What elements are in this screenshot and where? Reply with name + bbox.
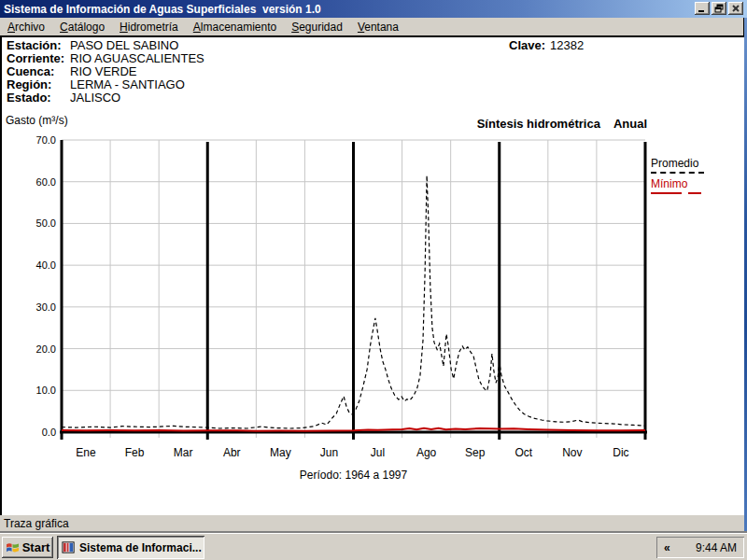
taskbar-task-label: Sistema de Informaci...	[79, 541, 202, 554]
status-text: Traza gráfica	[4, 517, 69, 530]
close-button[interactable]	[728, 2, 743, 15]
window-title: Sistema de Información de Aguas Superfic…	[0, 3, 321, 16]
legend-item-promedio: Promedio	[651, 157, 704, 174]
taskbar-clock: 9:44 AM	[676, 541, 744, 554]
taskbar-task-button[interactable]: Sistema de Informaci...	[57, 536, 204, 559]
system-tray: « 9:44 AM	[656, 537, 744, 558]
x-tick-label: Nov	[562, 446, 582, 459]
menu-item-ventana[interactable]: Ventana	[350, 19, 406, 35]
y-tick-label: 50.0	[36, 217, 56, 229]
legend-item-minimo: Mínimo	[651, 177, 704, 192]
menu-item-seguridad[interactable]: Seguridad	[284, 19, 350, 35]
windows-flag-icon	[6, 541, 20, 553]
restore-button[interactable]	[712, 2, 726, 15]
menu-item-almacenamiento[interactable]: Almacenamiento	[186, 19, 284, 35]
x-tick-label: Jul	[371, 446, 385, 459]
chevron-left-double-icon[interactable]: «	[656, 541, 676, 554]
chart-legend: Promedio Mínimo	[651, 157, 704, 196]
statusbar: Traza gráfica	[0, 515, 744, 533]
y-tick-label: 20.0	[36, 343, 56, 355]
restore-icon	[714, 4, 724, 13]
y-tick-label: 70.0	[36, 134, 56, 146]
x-tick-label: Jun	[320, 446, 338, 459]
period-caption: Período: 1964 a 1997	[62, 469, 645, 482]
minimize-button[interactable]	[695, 2, 710, 15]
menu-item-catalogo[interactable]: Catálogo	[52, 19, 112, 35]
start-button[interactable]: Start	[2, 537, 53, 558]
hydrograph-chart: 70.060.050.040.030.020.010.00.0EneFebMar…	[2, 37, 744, 515]
close-icon	[731, 4, 740, 13]
legend-label-minimo: Mínimo	[651, 177, 687, 190]
x-tick-label: Feb	[125, 446, 145, 459]
menu-item-hidrometria[interactable]: Hidrometría	[112, 19, 186, 35]
x-tick-label: Abr	[223, 446, 241, 459]
x-tick-label: Ene	[76, 446, 96, 459]
menu-item-archivo[interactable]: Archivo	[0, 19, 52, 35]
y-tick-label: 30.0	[36, 301, 56, 313]
legend-label-promedio: Promedio	[651, 157, 698, 170]
x-tick-label: Sep	[465, 446, 486, 459]
y-tick-label: 40.0	[36, 259, 56, 271]
taskbar: Start Sistema de Informaci... « 9:44 AM	[0, 533, 747, 560]
titlebar: Sistema de Información de Aguas Superfic…	[0, 0, 747, 18]
x-tick-label: Ago	[416, 446, 437, 459]
x-tick-label: Oct	[514, 446, 532, 459]
minimize-icon	[698, 4, 707, 13]
y-tick-label: 0.0	[42, 427, 56, 438]
start-button-label: Start	[22, 540, 50, 554]
x-tick-label: Dic	[613, 446, 628, 459]
app-icon	[62, 540, 76, 554]
y-tick-label: 10.0	[36, 385, 56, 396]
menubar: ArchivoCatálogoHidrometríaAlmacenamiento…	[0, 18, 747, 35]
screen: Sistema de Información de Aguas Superfic…	[0, 0, 747, 560]
legend-swatch-promedio	[651, 172, 704, 174]
x-tick-label: Mar	[174, 446, 193, 459]
main-content: Estación: PASO DEL SABINO Corriente: RIO…	[0, 35, 744, 515]
x-tick-label: May	[270, 446, 291, 459]
y-tick-label: 60.0	[36, 176, 56, 188]
